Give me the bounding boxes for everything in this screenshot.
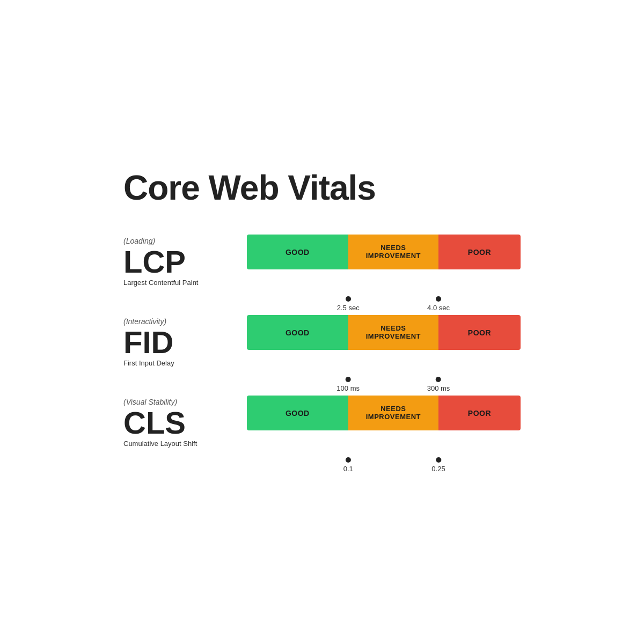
bar-container-lcp: GOOD NEEDS IMPROVEMENT POOR xyxy=(247,235,521,269)
threshold-marker-1-cls: 0.1 xyxy=(343,457,353,473)
needs-line2-lcp: IMPROVEMENT xyxy=(366,252,421,260)
bar-needs-cls: NEEDS IMPROVEMENT xyxy=(348,396,438,430)
needs-line2-fid: IMPROVEMENT xyxy=(366,333,421,340)
bar-needs-lcp: NEEDS IMPROVEMENT xyxy=(348,235,438,269)
threshold-value-1-lcp: 2.5 sec xyxy=(337,304,360,312)
metric-label-lcp: (Loading) LCP Largest Contentful Paint xyxy=(123,237,236,287)
threshold-dot-2-cls xyxy=(436,457,441,463)
bar-container-cls: GOOD NEEDS IMPROVEMENT POOR xyxy=(247,396,521,430)
threshold-value-1-cls: 0.1 xyxy=(343,465,353,473)
threshold-marker-2-fid: 300 ms xyxy=(427,377,450,392)
bar-poor-cls: POOR xyxy=(438,396,521,430)
threshold-value-2-lcp: 4.0 sec xyxy=(427,304,450,312)
threshold-dot-1-cls xyxy=(346,457,351,463)
threshold-dot-1-lcp xyxy=(346,296,351,302)
threshold-marker-2-lcp: 4.0 sec xyxy=(427,296,450,312)
bar-poor-lcp: POOR xyxy=(438,235,521,269)
metric-chart-cls: GOOD NEEDS IMPROVEMENT POOR 0.1 0.25 xyxy=(247,396,521,449)
metric-acronym-lcp: LCP xyxy=(123,246,236,277)
needs-line1-fid: NEEDS xyxy=(380,325,406,332)
bar-poor-fid: POOR xyxy=(438,315,521,350)
bar-wrapper-cls: GOOD NEEDS IMPROVEMENT POOR 0.1 0.25 xyxy=(247,396,521,449)
needs-line2-cls: IMPROVEMENT xyxy=(366,413,421,421)
metric-label-cls: (Visual Stability) CLS Cumulative Layout… xyxy=(123,398,236,448)
metric-row-fid: (Interactivity) FID First Input Delay GO… xyxy=(123,315,521,369)
bar-good-fid: GOOD xyxy=(247,315,348,350)
metric-acronym-cls: CLS xyxy=(123,407,236,438)
metric-name-lcp: Largest Contentful Paint xyxy=(123,279,236,287)
metric-name-fid: First Input Delay xyxy=(123,359,236,367)
metric-name-cls: Cumulative Layout Shift xyxy=(123,440,236,448)
bar-needs-fid: NEEDS IMPROVEMENT xyxy=(348,315,438,350)
metric-acronym-fid: FID xyxy=(123,327,236,358)
bar-good-lcp: GOOD xyxy=(247,235,348,269)
threshold-value-2-fid: 300 ms xyxy=(427,384,450,392)
threshold-value-2-cls: 0.25 xyxy=(431,465,445,473)
threshold-marker-1-fid: 100 ms xyxy=(336,377,360,392)
threshold-dot-1-fid xyxy=(346,377,351,382)
metric-row-lcp: (Loading) LCP Largest Contentful Paint G… xyxy=(123,235,521,288)
metric-label-fid: (Interactivity) FID First Input Delay xyxy=(123,317,236,367)
page-title: Core Web Vitals xyxy=(123,168,521,208)
threshold-dot-2-fid xyxy=(436,377,441,382)
metric-row-cls: (Visual Stability) CLS Cumulative Layout… xyxy=(123,396,521,449)
bar-wrapper-lcp: GOOD NEEDS IMPROVEMENT POOR 2.5 sec 4.0 … xyxy=(247,235,521,288)
main-container: Core Web Vitals (Loading) LCP Largest Co… xyxy=(113,157,531,487)
needs-line1-cls: NEEDS xyxy=(380,405,406,413)
metric-chart-lcp: GOOD NEEDS IMPROVEMENT POOR 2.5 sec 4.0 … xyxy=(247,235,521,288)
needs-line1-lcp: NEEDS xyxy=(380,244,406,252)
threshold-marker-2-cls: 0.25 xyxy=(431,457,445,473)
metric-chart-fid: GOOD NEEDS IMPROVEMENT POOR 100 ms 300 m… xyxy=(247,315,521,369)
bar-good-cls: GOOD xyxy=(247,396,348,430)
threshold-value-1-fid: 100 ms xyxy=(336,384,360,392)
threshold-marker-1-lcp: 2.5 sec xyxy=(337,296,360,312)
bar-container-fid: GOOD NEEDS IMPROVEMENT POOR xyxy=(247,315,521,350)
bar-wrapper-fid: GOOD NEEDS IMPROVEMENT POOR 100 ms 300 m… xyxy=(247,315,521,369)
threshold-dot-2-lcp xyxy=(436,296,441,302)
